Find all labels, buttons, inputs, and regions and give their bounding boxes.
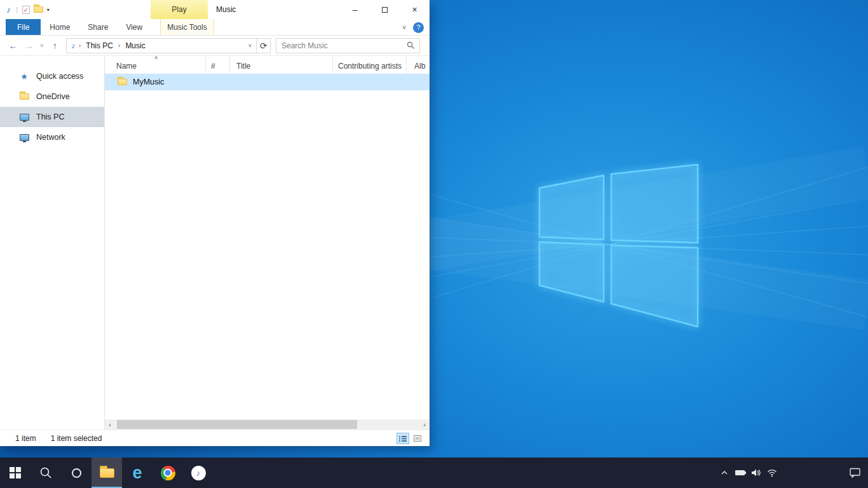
- up-button[interactable]: ↑: [47, 41, 63, 51]
- battery-icon: [735, 470, 745, 475]
- recent-locations-chevron-icon[interactable]: ˅: [37, 43, 47, 49]
- help-button[interactable]: ?: [413, 22, 424, 33]
- ribbon-right-controls: ˅ ?: [402, 19, 424, 36]
- address-dropdown-chevron-icon[interactable]: ˅: [244, 43, 256, 49]
- scrollbar-track[interactable]: [115, 419, 419, 430]
- search-box[interactable]: [276, 38, 420, 53]
- monitor-glyph: [20, 114, 29, 121]
- action-center-button[interactable]: [847, 458, 863, 488]
- tray-volume-button[interactable]: [748, 458, 764, 488]
- taskbar-itunes-button[interactable]: ♪: [183, 458, 214, 488]
- details-view-icon: [399, 435, 407, 442]
- column-header-album[interactable]: Alb: [407, 56, 430, 74]
- view-toggles: [397, 433, 424, 444]
- taskbar-empty-area: [780, 458, 847, 488]
- window-body: ★ Quick access OneDrive This PC: [0, 56, 430, 430]
- computer-icon: [19, 114, 29, 121]
- music-note-glyph: ♪: [196, 468, 201, 478]
- desktop[interactable]: ♪ | ✓ ▾ Play Music – × File Home Share V…: [0, 0, 868, 488]
- column-header-number[interactable]: #: [206, 56, 230, 74]
- tab-home[interactable]: Home: [41, 19, 79, 35]
- details-view-button[interactable]: [397, 433, 409, 444]
- scroll-left-arrow[interactable]: ‹: [105, 419, 115, 430]
- file-list-pane[interactable]: ˄ Name # Title Contributing artists Alb …: [105, 56, 430, 430]
- onedrive-folder-icon: [19, 93, 29, 100]
- breadcrumb-this-pc[interactable]: This PC: [83, 41, 116, 50]
- windows-logo-icon: [539, 165, 698, 327]
- wifi-icon: [767, 469, 777, 477]
- file-row-mymusic[interactable]: MyMusic: [105, 74, 430, 90]
- sidebar-item-onedrive[interactable]: OneDrive: [0, 86, 104, 107]
- taskbar: e ♪: [0, 458, 868, 488]
- tray-show-hidden-icons-button[interactable]: [716, 458, 732, 488]
- maximize-button[interactable]: [370, 0, 400, 19]
- sidebar-item-network[interactable]: Network: [0, 127, 104, 147]
- taskbar-search-button[interactable]: [31, 458, 61, 488]
- properties-icon[interactable]: ✓: [22, 6, 30, 14]
- navigation-pane: ★ Quick access OneDrive This PC: [0, 56, 105, 430]
- tab-file[interactable]: File: [6, 19, 41, 35]
- folder-icon: [118, 79, 127, 85]
- horizontal-scrollbar[interactable]: ‹ ›: [105, 419, 430, 430]
- tray-network-button[interactable]: [764, 458, 780, 488]
- back-button[interactable]: ←: [5, 41, 21, 51]
- music-folder-icon: ♪: [71, 41, 75, 50]
- sidebar-item-quick-access[interactable]: ★ Quick access: [0, 66, 104, 86]
- tab-share[interactable]: Share: [79, 19, 117, 35]
- item-count: 1 item: [15, 434, 36, 443]
- maximize-icon: [382, 7, 388, 13]
- taskbar-internet-explorer-button[interactable]: e: [122, 458, 153, 488]
- chevron-up-icon: [721, 470, 728, 476]
- speaker-icon: [751, 468, 761, 477]
- sidebar-item-label: OneDrive: [36, 92, 70, 101]
- large-icons-view-button[interactable]: [411, 433, 424, 444]
- folder-glyph: [20, 93, 29, 100]
- tab-view[interactable]: View: [117, 19, 151, 35]
- tab-music-tools[interactable]: Music Tools: [160, 19, 214, 35]
- window-title: Music: [216, 0, 236, 19]
- file-explorer-icon: [100, 468, 114, 478]
- cortana-icon: [72, 468, 81, 478]
- windows-start-icon: [10, 467, 21, 478]
- breadcrumb-music[interactable]: Music: [122, 41, 148, 50]
- selection-count: 1 item selected: [51, 434, 102, 443]
- tray-battery-button[interactable]: [732, 458, 748, 488]
- music-app-icon: ♪: [6, 4, 11, 15]
- sidebar-item-this-pc[interactable]: This PC: [0, 107, 104, 127]
- large-icons-view-icon: [414, 435, 421, 442]
- network-icon: [19, 134, 29, 141]
- search-icon: [407, 41, 415, 50]
- qat-customize-chevron-icon[interactable]: ▾: [47, 7, 50, 13]
- column-header-label: Name: [116, 62, 137, 71]
- refresh-button[interactable]: ⟳: [257, 38, 271, 53]
- sidebar-item-label: This PC: [36, 112, 64, 121]
- file-name: MyMusic: [133, 78, 164, 86]
- sidebar-item-label: Network: [36, 133, 65, 142]
- scrollbar-thumb[interactable]: [117, 420, 357, 429]
- taskbar-file-explorer-button[interactable]: [92, 458, 122, 488]
- sidebar-item-label: Quick access: [36, 72, 83, 81]
- system-tray: [716, 458, 868, 488]
- star-glyph: ★: [20, 72, 28, 81]
- column-header-name[interactable]: ˄ Name: [105, 56, 206, 74]
- breadcrumb-separator-icon: ›: [77, 42, 83, 49]
- expand-ribbon-chevron-icon[interactable]: ˅: [402, 24, 406, 31]
- search-input[interactable]: [276, 41, 407, 50]
- address-box[interactable]: ♪ › This PC › Music ˅: [66, 38, 257, 53]
- column-header-contributing-artists[interactable]: Contributing artists: [333, 56, 407, 74]
- contextual-tab-header-play[interactable]: Play: [151, 0, 208, 19]
- scroll-right-arrow[interactable]: ›: [419, 419, 430, 430]
- column-header-title[interactable]: Title: [230, 56, 333, 74]
- star-icon: ★: [19, 72, 29, 81]
- new-folder-icon[interactable]: [34, 6, 43, 13]
- taskbar-chrome-button[interactable]: [153, 458, 183, 488]
- start-button[interactable]: [0, 458, 31, 488]
- minimize-button[interactable]: –: [340, 0, 370, 19]
- sort-ascending-icon: ˄: [154, 56, 158, 61]
- column-headers: ˄ Name # Title Contributing artists Alb: [105, 56, 430, 74]
- close-button[interactable]: ×: [400, 0, 430, 19]
- cortana-button[interactable]: [61, 458, 92, 488]
- status-bar: 1 item 1 item selected: [0, 430, 430, 446]
- file-explorer-window: ♪ | ✓ ▾ Play Music – × File Home Share V…: [0, 0, 430, 446]
- forward-button[interactable]: →: [21, 41, 37, 51]
